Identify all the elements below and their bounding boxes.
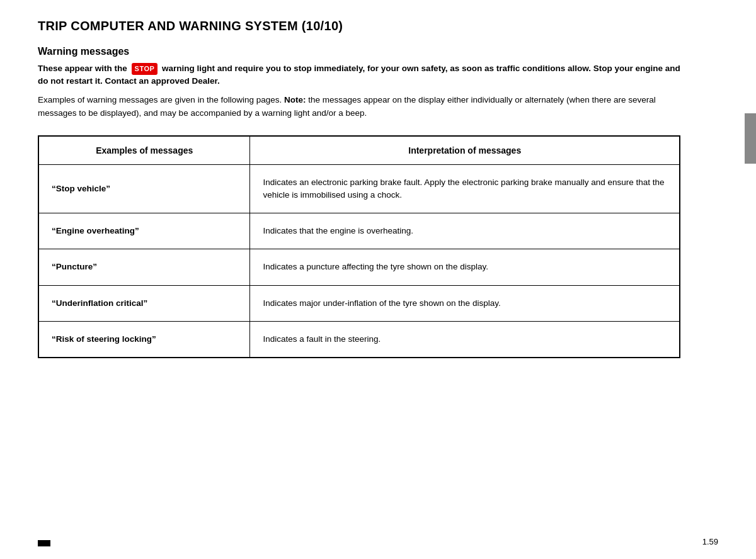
- right-tab: [745, 113, 756, 164]
- table-row: “Engine overheating”Indicates that the e…: [38, 213, 680, 249]
- table-row: “Underinflation critical”Indicates major…: [38, 285, 680, 321]
- message-cell: “Engine overheating”: [38, 213, 250, 249]
- section-title: Warning messages: [38, 46, 680, 57]
- interpretation-cell: Indicates a puncture affecting the tyre …: [250, 249, 680, 285]
- message-cell: “Stop vehicle”: [38, 164, 250, 213]
- note-label: Note:: [284, 95, 306, 104]
- table-row: “Stop vehicle”Indicates an electronic pa…: [38, 164, 680, 213]
- warning-bold-before: These appear with the: [38, 64, 130, 73]
- message-table: Examples of messages Interpretation of m…: [38, 135, 680, 359]
- interpretation-cell: Indicates that the engine is overheating…: [250, 213, 680, 249]
- page-title: TRIP COMPUTER AND WARNING SYSTEM (10/10): [38, 19, 680, 33]
- message-cell: “Underinflation critical”: [38, 285, 250, 321]
- bottom-bar: [38, 540, 50, 546]
- table-row: “Puncture”Indicates a puncture affecting…: [38, 249, 680, 285]
- col2-header: Interpretation of messages: [250, 136, 680, 165]
- interpretation-cell: Indicates an electronic parking brake fa…: [250, 164, 680, 213]
- stop-badge: STOP: [132, 63, 158, 75]
- col1-header: Examples of messages: [38, 136, 250, 165]
- message-cell: “Puncture”: [38, 249, 250, 285]
- interpretation-cell: Indicates major under-inflation of the t…: [250, 285, 680, 321]
- table-header-row: Examples of messages Interpretation of m…: [38, 136, 680, 165]
- intro-text: Examples of warning messages are given i…: [38, 93, 680, 120]
- intro-text-main: Examples of warning messages are given i…: [38, 95, 282, 104]
- message-cell: “Risk of steering locking”: [38, 321, 250, 358]
- page-container: TRIP COMPUTER AND WARNING SYSTEM (10/10)…: [0, 0, 718, 402]
- warning-bold-text: These appear with the STOP warning light…: [38, 62, 680, 88]
- page-number: 1.59: [702, 537, 718, 546]
- interpretation-cell: Indicates a fault in the steering.: [250, 321, 680, 358]
- table-row: “Risk of steering locking”Indicates a fa…: [38, 321, 680, 358]
